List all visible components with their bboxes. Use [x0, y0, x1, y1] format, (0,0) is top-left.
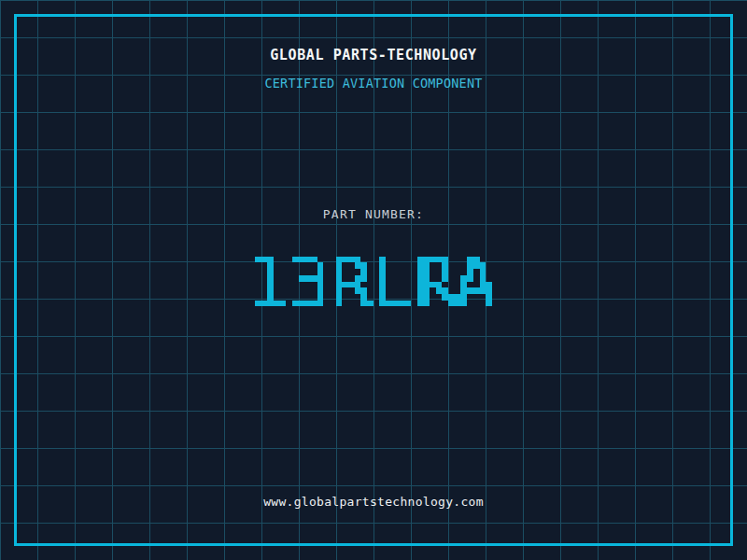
website-url: www.globalpartstechnology.com [0, 495, 747, 509]
certification-tagline: CERTIFIED AVIATION COMPONENT [0, 76, 747, 91]
part-number-pixel-display [242, 231, 504, 331]
grid-background: GLOBAL PARTS-TECHNOLOGY CERTIFIED AVIATI… [0, 0, 747, 560]
part-number-label: PART NUMBER: [0, 207, 747, 221]
company-name: GLOBAL PARTS-TECHNOLOGY [0, 47, 747, 63]
